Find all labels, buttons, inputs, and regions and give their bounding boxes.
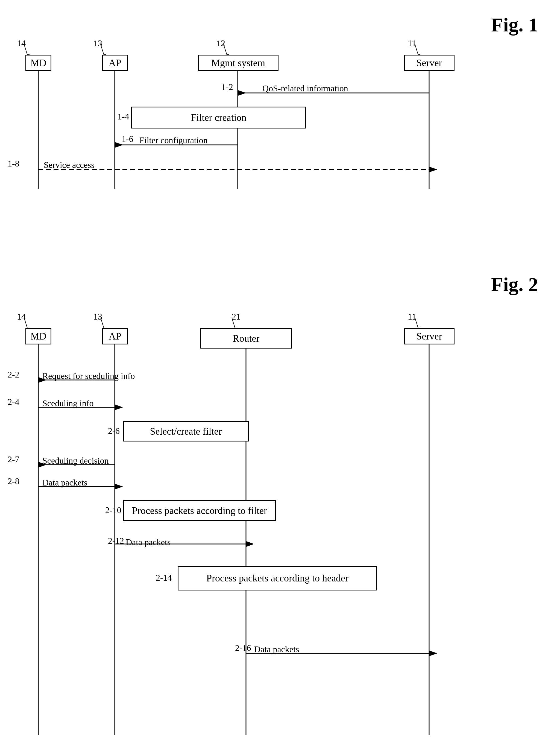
fig2-title: Fig. 2	[491, 273, 538, 296]
fig2-step24-ref: 2-4	[8, 397, 19, 407]
fig1-step16-label: Filter configuration	[139, 135, 208, 145]
fig1-step16-ref: 1-6	[122, 134, 133, 144]
fig2-step214-ref: 2-14	[156, 573, 172, 583]
fig2-step27-label: Sceduling decision	[42, 456, 109, 466]
fig2-step27-ref: 2-7	[8, 454, 19, 465]
fig2-ref-ap: 13	[93, 312, 102, 322]
fig2-step24-label: Sceduling info	[42, 398, 94, 408]
fig2-ref-router: 21	[232, 312, 240, 322]
fig1-ap-box: AP	[102, 55, 128, 71]
fig2-ap-box: AP	[102, 328, 128, 344]
fig1-ref-mgmt: 12	[217, 38, 225, 48]
fig1-filter-creation-box: Filter creation	[131, 106, 306, 129]
fig2-select-filter-box: Select/create filter	[123, 421, 249, 441]
fig2-step28-label: Data packets	[42, 478, 87, 488]
fig2-server-box: Server	[404, 328, 455, 344]
fig1-step12-ref: 1-2	[221, 82, 233, 92]
fig1-ref-md: 14	[17, 38, 26, 48]
fig2-process-header-box: Process packets according to header	[178, 566, 377, 591]
fig1-mgmt-box: Mgmt system	[198, 55, 279, 71]
fig2-process-filter-box: Process packets according to filter	[123, 500, 276, 521]
fig2-ref-server: 11	[408, 312, 416, 322]
fig2-ref-md: 14	[17, 312, 26, 322]
fig2-step22-ref: 2-2	[8, 369, 19, 380]
fig2-step210-ref: 2-10	[105, 505, 121, 515]
fig2-step22-label: Request for sceduling info	[42, 371, 135, 381]
fig2-step216-ref: 2-16	[235, 643, 251, 653]
fig1-step18-label: Service access	[44, 160, 95, 170]
fig2-router-box: Router	[200, 328, 292, 349]
fig1-step14-ref: 1-4	[118, 112, 129, 122]
fig2-step26-ref: 2-6	[108, 426, 120, 436]
fig1-md-box: MD	[26, 55, 51, 71]
fig1-server-box: Server	[404, 55, 455, 71]
fig2-step212-ref: 2-12	[108, 536, 124, 546]
fig2-md-box: MD	[26, 328, 51, 344]
fig1-step18-ref: 1-8	[8, 159, 19, 169]
fig1-ref-ap: 13	[93, 38, 102, 48]
fig1-ref-server: 11	[408, 38, 416, 48]
fig2-step216-label: Data packets	[254, 644, 299, 654]
fig1-step12-label: QoS-related information	[262, 83, 348, 93]
fig2-step212-label: Data packets	[126, 537, 171, 547]
fig2-step28-ref: 2-8	[8, 476, 19, 486]
fig1-title: Fig. 1	[491, 14, 538, 36]
